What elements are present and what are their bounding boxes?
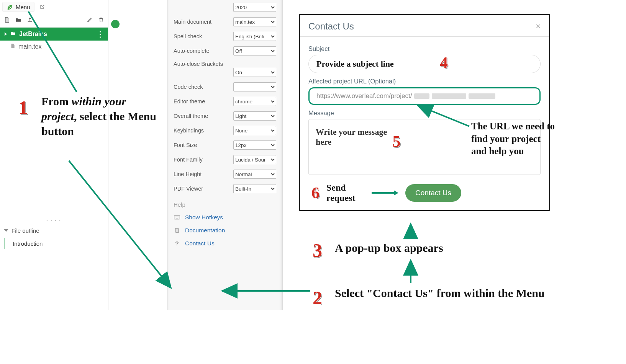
close-icon[interactable]: × <box>536 21 541 31</box>
question-icon: ? <box>174 240 180 247</box>
folder-icon <box>10 31 16 38</box>
overall-theme-select[interactable]: Light <box>233 111 276 121</box>
menu-button-label: Menu <box>16 4 30 10</box>
line-height-select[interactable]: Normal <box>233 170 276 179</box>
button-label: Contact Us <box>415 189 451 197</box>
step-number-4: 4 <box>440 54 448 72</box>
topbar: Menu <box>0 0 108 14</box>
subject-label: Subject <box>308 45 541 52</box>
book-icon <box>174 227 180 233</box>
keyboard-icon <box>174 215 180 220</box>
external-link-icon[interactable] <box>38 3 46 11</box>
subject-input[interactable]: Provide a subject line <box>308 55 541 73</box>
step-number-5: 5 <box>392 133 400 150</box>
outline-item-label: Introduction <box>13 240 43 247</box>
project-url-input[interactable]: https://www.overleaf.com/project/ <box>308 87 541 105</box>
arrow-icon <box>372 189 398 197</box>
send-request-label: Send request <box>326 183 365 203</box>
menu-button[interactable]: Menu <box>2 2 34 11</box>
spell-check-select[interactable]: English (Briti <box>233 32 276 41</box>
file-outline-header[interactable]: File outline <box>0 224 108 237</box>
file-name: main.tex <box>18 43 41 50</box>
new-folder-icon[interactable] <box>15 17 21 24</box>
label: Overall theme <box>174 113 208 119</box>
annotation-url-note: The URL we need to find your project and… <box>471 120 556 158</box>
rename-icon[interactable] <box>87 17 93 24</box>
year-select[interactable]: 2020 <box>233 3 276 12</box>
overleaf-icon <box>7 3 13 10</box>
file-toolbar <box>0 14 108 28</box>
file-icon <box>10 43 15 51</box>
url-value: https://www.overleaf.com/project/ <box>316 92 412 100</box>
label: Keybindings <box>174 127 204 134</box>
contact-us-button[interactable]: Contact Us <box>405 184 461 202</box>
pdf-viewer-select[interactable]: Built-In <box>233 184 276 193</box>
keybindings-select[interactable]: None <box>233 126 276 135</box>
label: Font Size <box>174 142 197 148</box>
link-label: Documentation <box>185 227 225 234</box>
label: Font Family <box>174 157 203 163</box>
contact-us-modal: Contact Us × Subject Provide a subject l… <box>299 14 550 211</box>
code-check-select[interactable] <box>233 82 276 91</box>
contact-us-link[interactable]: ? Contact Us <box>167 237 282 250</box>
subject-placeholder: Provide a subject line <box>316 59 394 69</box>
message-label: Message <box>308 109 541 117</box>
upload-icon[interactable] <box>27 17 33 24</box>
documentation-link[interactable]: Documentation <box>167 224 282 237</box>
message-placeholder: Write your message here <box>316 127 388 147</box>
url-label: Affected project URL (Optional) <box>308 78 541 85</box>
menu-panel: 2020 Main documentmain.tex Spell checkEn… <box>167 0 283 310</box>
label: Line Height <box>174 171 202 177</box>
project-name: JetBrains <box>19 31 47 38</box>
svg-marker-2 <box>394 190 398 196</box>
modal-title: Contact Us <box>308 21 354 32</box>
file-row[interactable]: main.tex <box>0 41 108 53</box>
step-number-1: 1 <box>18 95 28 120</box>
editor-theme-select[interactable]: chrome <box>233 97 276 106</box>
outline-item[interactable]: Introduction <box>4 238 108 249</box>
annotation-step2: 2 Select "Contact Us" from within the Me… <box>314 286 559 300</box>
auto-complete-select[interactable]: Off <box>233 46 276 55</box>
font-family-select[interactable]: Lucida / Sour <box>233 155 276 164</box>
annotation-step1: 1 From within your project, select the M… <box>19 94 157 139</box>
font-size-select[interactable]: 12px <box>233 140 276 150</box>
svg-rect-0 <box>174 215 180 219</box>
label: Editor theme <box>174 98 205 104</box>
main-document-select[interactable]: main.tex <box>233 17 276 26</box>
show-hotkeys-link[interactable]: Show Hotkeys <box>167 211 282 224</box>
label: Main document <box>174 19 211 25</box>
project-folder-row[interactable]: JetBrains ⋮ <box>0 28 108 41</box>
new-file-icon[interactable] <box>4 17 10 24</box>
step-number-2: 2 <box>313 286 322 310</box>
annotation-step3: 3 A pop-up box appears <box>314 240 529 255</box>
label: Spell check <box>174 33 202 39</box>
file-panel: Menu JetBrains ⋮ main.tex • • • • <box>0 0 108 310</box>
label: Auto-complete <box>174 48 210 54</box>
auto-close-select[interactable]: On <box>233 68 276 77</box>
link-label: Contact Us <box>185 240 215 247</box>
delete-icon[interactable] <box>98 17 104 24</box>
drag-handle[interactable]: • • • • <box>0 218 108 222</box>
label: Auto-close Brackets <box>174 61 223 67</box>
link-label: Show Hotkeys <box>185 214 223 221</box>
label: Code check <box>174 84 203 90</box>
help-section-title: Help <box>167 196 282 211</box>
label: PDF Viewer <box>174 186 203 192</box>
chevron-right-icon <box>4 31 8 38</box>
chevron-down-icon <box>4 227 8 234</box>
file-outline-title: File outline <box>11 227 39 234</box>
recompile-indicator <box>111 20 120 28</box>
step-number-3: 3 <box>313 238 322 263</box>
step-number-6: 6 <box>311 184 320 202</box>
